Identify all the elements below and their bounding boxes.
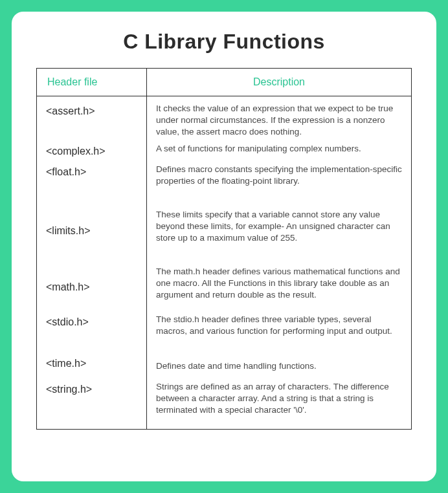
header-file-cell: <time.h>: [46, 355, 146, 381]
header-file-cell: <math.h>: [46, 261, 146, 314]
description-cell: Strings are defined as an array of chara…: [156, 381, 402, 422]
column-header-description: Description: [147, 69, 411, 96]
description-cell: It checks the value of an expression tha…: [156, 103, 402, 143]
header-file-cell: <assert.h>: [46, 103, 146, 143]
description-cell: A set of functions for manipulating comp…: [156, 143, 402, 164]
description-cell: The math.h header defines various mathem…: [156, 261, 402, 314]
content-card: C Library Functions Header file Descript…: [12, 12, 436, 481]
column-header-file: Header file: [37, 69, 147, 96]
library-table: Header file Description <assert.h> <comp…: [36, 68, 412, 430]
description-cell: The stdio.h header defines three variabl…: [156, 314, 402, 355]
table-body: <assert.h> <complex.h> <float.h> <limits…: [37, 96, 411, 429]
description-column: It checks the value of an expression tha…: [147, 96, 411, 429]
header-file-column: <assert.h> <complex.h> <float.h> <limits…: [37, 96, 147, 429]
header-file-cell: <complex.h>: [46, 143, 146, 164]
table-header-row: Header file Description: [37, 69, 411, 96]
header-file-cell: <limits.h>: [46, 201, 146, 261]
description-cell: Defines date and time handling functions…: [156, 355, 402, 381]
header-file-cell: <stdio.h>: [46, 314, 146, 355]
page-title: C Library Functions: [36, 30, 412, 54]
description-cell: Defines macro constants specifying the i…: [156, 164, 402, 201]
header-file-cell: <string.h>: [46, 381, 146, 422]
header-file-cell: <float.h>: [46, 164, 146, 201]
description-cell: These limits specify that a variable can…: [156, 201, 402, 261]
